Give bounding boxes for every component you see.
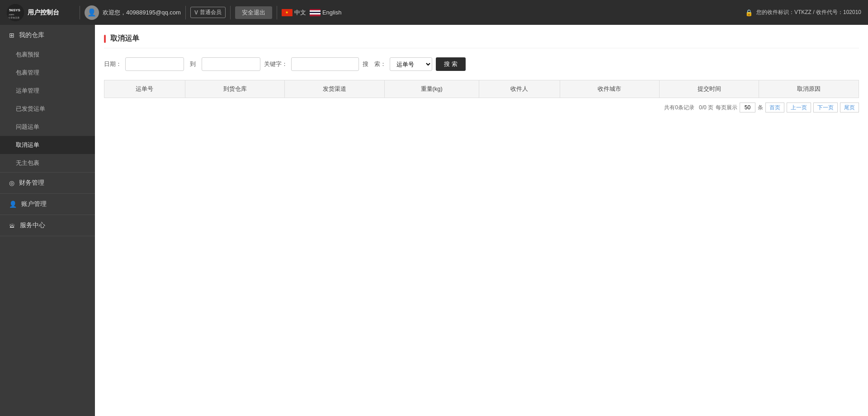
lang-en-selector[interactable]: English (310, 9, 342, 16)
service-label: 服务中心 (20, 221, 45, 229)
page-title-bar: 取消运单 (104, 34, 859, 48)
last-page-button[interactable]: 尾页 (840, 103, 859, 112)
search-type-select[interactable]: 运单号 收件人 收件城市 (390, 57, 432, 71)
col-channel: 发货渠道 (285, 80, 384, 98)
per-page-label: 每页展示 (716, 104, 737, 112)
keyword-input[interactable] (291, 57, 359, 71)
lock-icon: 🔒 (745, 9, 753, 16)
warehouse-icon: ⊞ (9, 32, 14, 39)
svg-text:全景物流通: 全景物流通 (8, 16, 19, 19)
per-page-unit: 条 (758, 104, 763, 112)
logout-button[interactable]: 安全退出 (235, 6, 272, 19)
user-avatar: 👤 (85, 5, 99, 20)
logo-area: 56SYS .com 全景物流通 用户控制台 (7, 4, 68, 21)
table-header-row: 运单号 到货仓库 发货渠道 重量(kg) 收件人 收件城市 提交时间 取消原因 (104, 80, 859, 98)
membership-badge: V 普通会员 (190, 7, 226, 18)
lang-cn-label: 中文 (294, 9, 306, 17)
data-table: 运单号 到货仓库 发货渠道 重量(kg) 收件人 收件城市 提交时间 取消原因 (104, 80, 859, 98)
account-icon: 👤 (9, 201, 17, 208)
svg-text:.com: .com (8, 13, 14, 16)
page-title: 取消运单 (110, 34, 139, 43)
v-icon: V (194, 9, 198, 16)
layout: ⊞ 我的仓库 包裹预报 包裹管理 运单管理 已发货运单 问题运单 取消运单 无主… (0, 25, 868, 416)
sidebar-section-finance: ◎ 财务管理 (0, 173, 95, 194)
col-cancel-reason: 取消原因 (759, 80, 859, 98)
main-content: 取消运单 日期： 到 关键字： 搜 索： 运单号 收件人 收件城市 搜 索 运单… (95, 25, 868, 416)
divider-2 (185, 6, 186, 19)
prev-page-button[interactable]: 上一页 (787, 103, 811, 112)
col-receiver: 收件人 (479, 80, 560, 98)
title-accent (104, 35, 106, 43)
sidebar-item-unclaimed-parcel[interactable]: 无主包裹 (0, 154, 95, 172)
membership-label: 普通会员 (200, 9, 222, 16)
search-bar: 日期： 到 关键字： 搜 索： 运单号 收件人 收件城市 搜 索 (104, 57, 859, 71)
col-waybill-no: 运单号 (104, 80, 185, 98)
sidebar-section-account: 👤 账户管理 (0, 194, 95, 215)
col-city: 收件城市 (560, 80, 659, 98)
logo-icon: 56SYS .com 全景物流通 (7, 4, 24, 21)
date-to-input[interactable] (202, 57, 260, 71)
sidebar-item-shipped-waybill[interactable]: 已发货运单 (0, 100, 95, 118)
date-from-input[interactable] (125, 57, 184, 71)
logo-svg: 56SYS .com 全景物流通 (7, 4, 24, 21)
per-page-input[interactable] (740, 103, 755, 112)
topbar-title: 用户控制台 (28, 9, 59, 17)
sidebar-item-waybill-manage[interactable]: 运单管理 (0, 82, 95, 100)
search-type-label: 搜 索： (363, 60, 386, 68)
keyword-label: 关键字： (264, 60, 288, 68)
sidebar-header-warehouse[interactable]: ⊞ 我的仓库 (0, 25, 95, 46)
topbar: 56SYS .com 全景物流通 用户控制台 👤 欢迎您，409889195@q… (0, 0, 868, 25)
pagination: 共有0条记录 0/0 页 每页展示 条 首页 上一页 下一页 尾页 (104, 103, 859, 112)
svg-text:56SYS: 56SYS (9, 8, 21, 12)
user-info: 👤 欢迎您，409889195@qq.com (85, 5, 181, 20)
sidebar-item-cancel-waybill[interactable]: 取消运单 (0, 136, 95, 154)
account-label: 账户管理 (21, 200, 47, 208)
finance-icon: ◎ (9, 179, 14, 187)
date-label: 日期： (104, 60, 122, 68)
receiver-info: 您的收件标识：VTKZZ / 收件代号：102010 (756, 9, 861, 16)
date-to-label: 到 (190, 60, 196, 68)
col-submit-time: 提交时间 (660, 80, 759, 98)
total-records: 共有0条记录 (664, 104, 694, 112)
flag-cn-icon: ★ (282, 9, 292, 16)
divider-3 (230, 6, 231, 19)
sidebar-header-finance[interactable]: ◎ 财务管理 (0, 173, 95, 193)
sidebar-header-account[interactable]: 👤 账户管理 (0, 194, 95, 215)
topbar-right: 🔒 您的收件标识：VTKZZ / 收件代号：102010 (745, 9, 861, 16)
divider-4 (277, 6, 277, 19)
sidebar-section-service: 🛎 服务中心 (0, 215, 95, 236)
sidebar-section-warehouse: ⊞ 我的仓库 包裹预报 包裹管理 运单管理 已发货运单 问题运单 取消运单 无主… (0, 25, 95, 173)
col-weight: 重量(kg) (384, 80, 479, 98)
next-page-button[interactable]: 下一页 (813, 103, 838, 112)
divider-1 (80, 6, 80, 19)
finance-label: 财务管理 (19, 179, 44, 187)
search-button[interactable]: 搜 索 (436, 57, 466, 71)
first-page-button[interactable]: 首页 (765, 103, 784, 112)
sidebar-item-problem-waybill[interactable]: 问题运单 (0, 118, 95, 136)
col-warehouse: 到货仓库 (185, 80, 284, 98)
welcome-text: 欢迎您，409889195@qq.com (103, 9, 181, 17)
warehouse-label: 我的仓库 (19, 31, 44, 39)
sidebar-header-service[interactable]: 🛎 服务中心 (0, 215, 95, 236)
service-icon: 🛎 (9, 222, 15, 229)
flag-th-icon (310, 9, 321, 16)
lang-en-label: English (322, 9, 342, 16)
sidebar: ⊞ 我的仓库 包裹预报 包裹管理 运单管理 已发货运单 问题运单 取消运单 无主… (0, 25, 95, 416)
lang-cn-selector[interactable]: ★ 中文 (282, 9, 306, 17)
page-info: 0/0 页 (699, 104, 713, 112)
sidebar-item-package-manage[interactable]: 包裹管理 (0, 64, 95, 82)
sidebar-item-package-report[interactable]: 包裹预报 (0, 46, 95, 64)
